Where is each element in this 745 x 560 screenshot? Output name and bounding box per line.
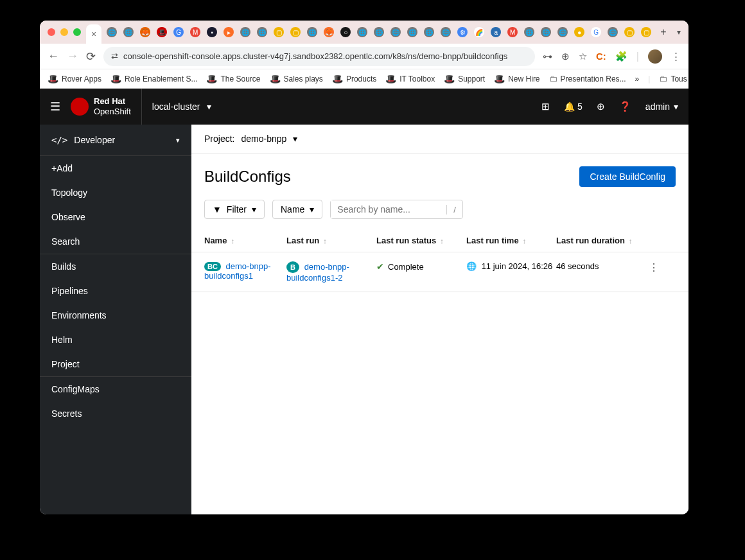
bookmark-item[interactable]: 🗀Presentation Res... — [549, 74, 626, 83]
profile-avatar[interactable] — [648, 49, 662, 64]
nav-observe[interactable]: Observe — [40, 205, 191, 229]
bookmark-item[interactable]: 🎩The Source — [206, 74, 260, 84]
tab-favicon[interactable]: 🌈 — [474, 27, 484, 37]
col-status[interactable]: Last run status↕ — [376, 236, 466, 245]
tab-overflow-icon[interactable]: ▾ — [677, 28, 681, 37]
caret-down-icon: ▾ — [310, 204, 314, 214]
tab-favicon[interactable]: 🦊 — [324, 27, 334, 37]
url-bar[interactable]: ⇄ console-openshift-console.apps.cluster… — [103, 47, 535, 66]
nav-configmaps[interactable]: ConfigMaps — [40, 377, 191, 401]
maximize-window[interactable] — [73, 28, 81, 36]
col-lastrun[interactable]: Last run↕ — [286, 236, 376, 245]
tab-favicon[interactable]: 🌐 — [557, 27, 568, 37]
tab-favicon[interactable]: ▢ — [641, 27, 651, 37]
tab-favicon[interactable]: ▸ — [224, 27, 234, 37]
tab-favicon[interactable]: 🌐 — [441, 27, 451, 37]
nav-pipelines[interactable]: Pipelines — [40, 279, 191, 303]
notifications-button[interactable]: 🔔 5 — [564, 101, 583, 112]
tab-favicon[interactable]: a — [491, 27, 501, 37]
tab-favicon[interactable]: ⚙ — [457, 27, 468, 37]
extensions-icon[interactable]: 🧩 — [615, 51, 627, 62]
col-time[interactable]: Last run time↕ — [466, 236, 556, 245]
site-info-icon[interactable]: ⇄ — [111, 51, 118, 61]
browser-menu-icon[interactable]: ⋮ — [671, 51, 681, 62]
nav-topology[interactable]: Topology — [40, 180, 191, 205]
tab-favicon[interactable]: 🌐 — [107, 27, 117, 37]
search-input[interactable] — [331, 200, 446, 218]
bookmark-item[interactable]: 🎩New Hire — [494, 74, 539, 84]
tab-favicon[interactable]: G — [591, 27, 601, 37]
col-duration[interactable]: Last run duration↕ — [556, 236, 640, 245]
tab-favicon[interactable]: 🌐 — [240, 27, 250, 37]
extension-icon[interactable]: C: — [596, 51, 606, 62]
bookmark-item[interactable]: 🎩Sales plays — [270, 74, 323, 84]
tab-favicon[interactable]: 🎩 — [157, 27, 167, 37]
tab-favicon[interactable]: G — [173, 27, 184, 37]
nav-add[interactable]: +Add — [40, 156, 191, 180]
translate-icon[interactable]: ⊕ — [561, 51, 570, 62]
col-name[interactable]: Name↕ — [204, 236, 286, 245]
tab-favicon[interactable]: 🌐 — [524, 27, 534, 37]
tab-favicon[interactable]: 🌐 — [374, 27, 384, 37]
user-menu[interactable]: admin ▾ — [645, 101, 678, 112]
help-icon[interactable]: ❓ — [619, 101, 631, 112]
tab-favicon[interactable]: M — [190, 27, 200, 37]
all-bookmarks[interactable]: 🗀Tous les favoris — [659, 74, 688, 83]
tab-favicon[interactable]: 🌐 — [257, 27, 267, 37]
reload-button[interactable]: ⟳ — [86, 49, 96, 64]
nav-search[interactable]: Search — [40, 229, 191, 254]
tab-favicon[interactable]: 🌐 — [390, 27, 401, 37]
table-header: Name↕ Last run↕ Last run status↕ Last ru… — [191, 229, 688, 252]
name-filter-button[interactable]: Name ▾ — [272, 200, 322, 219]
nav-helm[interactable]: Helm — [40, 328, 191, 352]
tab-favicon[interactable]: ▪ — [207, 27, 217, 37]
bookmark-star-icon[interactable]: ☆ — [579, 51, 587, 62]
create-buildconfig-button[interactable]: Create BuildConfig — [579, 166, 676, 187]
nav-builds[interactable]: Builds — [40, 254, 191, 279]
plus-circle-icon[interactable]: ⊕ — [597, 101, 605, 112]
close-window[interactable] — [48, 28, 55, 36]
tab-favicon[interactable]: 🌐 — [123, 27, 134, 37]
tab-favicon[interactable]: ● — [574, 27, 584, 37]
forward-button[interactable]: → — [67, 49, 78, 63]
new-tab-button[interactable]: + — [660, 26, 666, 38]
tab-favicon[interactable]: ▢ — [274, 27, 284, 37]
kebab-menu-icon[interactable]: ⋮ — [649, 262, 659, 273]
project-selector[interactable]: Project: demo-bnpp ▾ — [191, 125, 688, 153]
tab-close-icon[interactable]: × — [91, 29, 96, 39]
tab-favicon[interactable]: ▢ — [290, 27, 301, 37]
bookmark-item[interactable]: 🎩Products — [332, 74, 376, 84]
minimize-window[interactable] — [60, 28, 68, 36]
bookmarks-overflow-icon[interactable]: » — [635, 74, 640, 83]
bookmark-item[interactable]: 🎩Role Enablement S... — [110, 74, 197, 84]
back-button[interactable]: ← — [48, 49, 59, 63]
search-field: / — [330, 200, 463, 219]
tab-favicon[interactable]: 🌐 — [541, 27, 551, 37]
build-badge: B — [286, 261, 299, 273]
apps-grid-icon[interactable]: ⊞ — [541, 101, 550, 112]
tab-favicon[interactable]: 🌐 — [407, 27, 417, 37]
tab-favicon[interactable]: ▢ — [624, 27, 635, 37]
bookmark-item[interactable]: 🎩Support — [444, 74, 485, 84]
redhat-icon: 🎩 — [48, 74, 58, 84]
filter-button[interactable]: ▼ Filter ▾ — [204, 200, 265, 219]
perspective-switcher[interactable]: </> Developer ▾ — [40, 125, 191, 156]
active-tab[interactable]: × — [86, 24, 101, 44]
tab-favicon[interactable]: 🌐 — [608, 27, 618, 37]
tab-favicon[interactable]: 🌐 — [357, 27, 367, 37]
tab-favicon[interactable]: M — [507, 27, 518, 37]
tab-favicon[interactable]: 🌐 — [307, 27, 317, 37]
password-icon[interactable]: ⊶ — [543, 51, 552, 62]
nav-environments[interactable]: Environments — [40, 303, 191, 328]
tab-favicon[interactable]: 🦊 — [140, 27, 150, 37]
nav-secrets[interactable]: Secrets — [40, 401, 191, 426]
hamburger-icon[interactable]: ☰ — [50, 100, 60, 114]
tab-favicon[interactable]: ○ — [340, 27, 351, 37]
bookmark-item[interactable]: 🎩IT Toolbox — [385, 74, 435, 84]
bookmark-item[interactable]: 🎩Rover Apps — [48, 74, 101, 84]
nav-project[interactable]: Project — [40, 352, 191, 376]
cluster-selector[interactable]: local-cluster ▾ — [141, 89, 222, 125]
logo[interactable]: Red Hat OpenShift — [71, 96, 131, 116]
tab-favicon[interactable]: 🌐 — [424, 27, 434, 37]
page-title: BuildConfigs — [204, 168, 291, 186]
